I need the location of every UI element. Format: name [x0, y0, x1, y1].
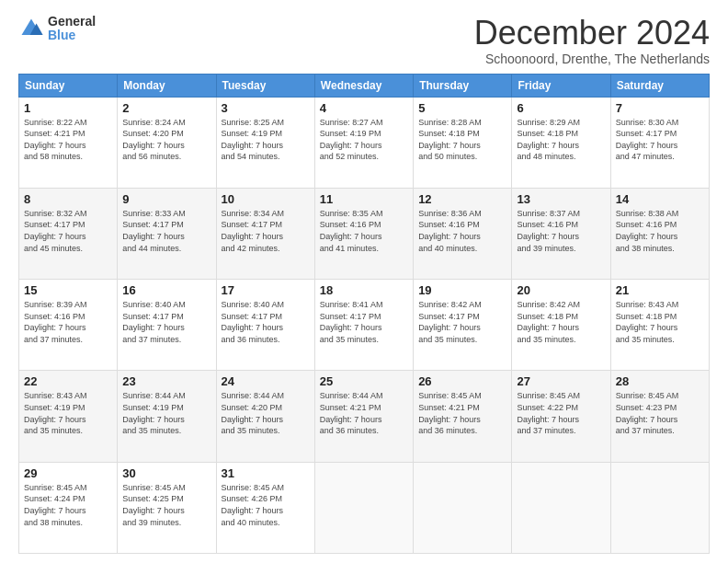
day-number: 21: [616, 283, 704, 297]
day-number: 17: [222, 283, 310, 297]
weekday-header-tuesday: Tuesday: [216, 74, 314, 97]
day-number: 19: [418, 283, 506, 297]
day-info: Sunrise: 8:41 AM Sunset: 4:17 PM Dayligh…: [320, 299, 408, 345]
calendar-subtitle: Schoonoord, Drenthe, The Netherlands: [474, 52, 710, 66]
day-info: Sunrise: 8:35 AM Sunset: 4:16 PM Dayligh…: [320, 208, 408, 254]
calendar-week-2: 8Sunrise: 8:32 AM Sunset: 4:17 PM Daylig…: [19, 188, 710, 279]
day-number: 18: [320, 283, 408, 297]
day-info: Sunrise: 8:45 AM Sunset: 4:21 PM Dayligh…: [418, 390, 506, 436]
day-info: Sunrise: 8:45 AM Sunset: 4:23 PM Dayligh…: [616, 390, 704, 436]
calendar-cell: 2Sunrise: 8:24 AM Sunset: 4:20 PM Daylig…: [118, 97, 216, 188]
day-number: 31: [222, 466, 310, 480]
day-info: Sunrise: 8:29 AM Sunset: 4:18 PM Dayligh…: [517, 117, 605, 163]
day-number: 10: [222, 192, 310, 206]
calendar-week-4: 22Sunrise: 8:43 AM Sunset: 4:19 PM Dayli…: [19, 371, 710, 462]
day-info: Sunrise: 8:24 AM Sunset: 4:20 PM Dayligh…: [122, 117, 210, 163]
weekday-header-friday: Friday: [512, 74, 610, 97]
day-number: 3: [222, 101, 310, 115]
day-number: 7: [616, 101, 704, 115]
day-info: Sunrise: 8:43 AM Sunset: 4:18 PM Dayligh…: [616, 299, 704, 345]
logo-blue: Blue: [48, 29, 96, 42]
day-number: 2: [122, 101, 210, 115]
weekday-header-row: SundayMondayTuesdayWednesdayThursdayFrid…: [19, 74, 710, 97]
weekday-header-saturday: Saturday: [610, 74, 709, 97]
day-number: 27: [517, 374, 605, 388]
day-number: 6: [517, 101, 605, 115]
calendar-week-3: 15Sunrise: 8:39 AM Sunset: 4:16 PM Dayli…: [19, 280, 710, 371]
calendar-cell: 30Sunrise: 8:45 AM Sunset: 4:25 PM Dayli…: [118, 462, 216, 553]
calendar-cell: [314, 462, 413, 553]
day-info: Sunrise: 8:27 AM Sunset: 4:19 PM Dayligh…: [320, 117, 408, 163]
calendar-cell: 18Sunrise: 8:41 AM Sunset: 4:17 PM Dayli…: [314, 280, 413, 371]
day-number: 11: [320, 192, 408, 206]
calendar-cell: 5Sunrise: 8:28 AM Sunset: 4:18 PM Daylig…: [414, 97, 512, 188]
logo-text: General Blue: [48, 15, 96, 43]
day-info: Sunrise: 8:32 AM Sunset: 4:17 PM Dayligh…: [24, 208, 112, 254]
calendar-cell: 7Sunrise: 8:30 AM Sunset: 4:17 PM Daylig…: [610, 97, 709, 188]
calendar-title: December 2024: [474, 15, 710, 52]
logo-general: General: [48, 15, 96, 29]
day-number: 13: [517, 192, 605, 206]
day-info: Sunrise: 8:28 AM Sunset: 4:18 PM Dayligh…: [418, 117, 506, 163]
day-number: 24: [222, 374, 310, 388]
day-info: Sunrise: 8:42 AM Sunset: 4:18 PM Dayligh…: [517, 299, 605, 345]
calendar-cell: 19Sunrise: 8:42 AM Sunset: 4:17 PM Dayli…: [414, 280, 512, 371]
day-info: Sunrise: 8:33 AM Sunset: 4:17 PM Dayligh…: [122, 208, 210, 254]
title-block: December 2024 Schoonoord, Drenthe, The N…: [474, 15, 710, 66]
calendar-cell: 13Sunrise: 8:37 AM Sunset: 4:16 PM Dayli…: [512, 188, 610, 279]
day-number: 12: [418, 192, 506, 206]
day-info: Sunrise: 8:22 AM Sunset: 4:21 PM Dayligh…: [24, 117, 112, 163]
calendar-cell: [610, 462, 709, 553]
calendar-cell: 8Sunrise: 8:32 AM Sunset: 4:17 PM Daylig…: [19, 188, 118, 279]
day-info: Sunrise: 8:44 AM Sunset: 4:19 PM Dayligh…: [122, 390, 210, 436]
day-info: Sunrise: 8:36 AM Sunset: 4:16 PM Dayligh…: [418, 208, 506, 254]
calendar-cell: 23Sunrise: 8:44 AM Sunset: 4:19 PM Dayli…: [118, 371, 216, 462]
day-number: 15: [24, 283, 112, 297]
calendar-body: 1Sunrise: 8:22 AM Sunset: 4:21 PM Daylig…: [19, 97, 710, 553]
day-number: 5: [418, 101, 506, 115]
day-info: Sunrise: 8:43 AM Sunset: 4:19 PM Dayligh…: [24, 390, 112, 436]
calendar-cell: 17Sunrise: 8:40 AM Sunset: 4:17 PM Dayli…: [216, 280, 314, 371]
day-number: 26: [418, 374, 506, 388]
calendar-cell: 28Sunrise: 8:45 AM Sunset: 4:23 PM Dayli…: [610, 371, 709, 462]
day-info: Sunrise: 8:42 AM Sunset: 4:17 PM Dayligh…: [418, 299, 506, 345]
calendar-cell: 6Sunrise: 8:29 AM Sunset: 4:18 PM Daylig…: [512, 97, 610, 188]
calendar-cell: 4Sunrise: 8:27 AM Sunset: 4:19 PM Daylig…: [314, 97, 413, 188]
day-number: 4: [320, 101, 408, 115]
day-number: 9: [122, 192, 210, 206]
day-info: Sunrise: 8:38 AM Sunset: 4:16 PM Dayligh…: [616, 208, 704, 254]
day-info: Sunrise: 8:25 AM Sunset: 4:19 PM Dayligh…: [222, 117, 310, 163]
logo: General Blue: [18, 15, 96, 43]
calendar-cell: 3Sunrise: 8:25 AM Sunset: 4:19 PM Daylig…: [216, 97, 314, 188]
day-info: Sunrise: 8:45 AM Sunset: 4:26 PM Dayligh…: [222, 482, 310, 528]
day-info: Sunrise: 8:30 AM Sunset: 4:17 PM Dayligh…: [616, 117, 704, 163]
calendar-cell: 25Sunrise: 8:44 AM Sunset: 4:21 PM Dayli…: [314, 371, 413, 462]
calendar-week-5: 29Sunrise: 8:45 AM Sunset: 4:24 PM Dayli…: [19, 462, 710, 553]
calendar-cell: 22Sunrise: 8:43 AM Sunset: 4:19 PM Dayli…: [19, 371, 118, 462]
calendar-cell: 29Sunrise: 8:45 AM Sunset: 4:24 PM Dayli…: [19, 462, 118, 553]
calendar-header: SundayMondayTuesdayWednesdayThursdayFrid…: [19, 74, 710, 97]
calendar-cell: 20Sunrise: 8:42 AM Sunset: 4:18 PM Dayli…: [512, 280, 610, 371]
calendar-cell: 16Sunrise: 8:40 AM Sunset: 4:17 PM Dayli…: [118, 280, 216, 371]
calendar-cell: 15Sunrise: 8:39 AM Sunset: 4:16 PM Dayli…: [19, 280, 118, 371]
calendar-cell: 14Sunrise: 8:38 AM Sunset: 4:16 PM Dayli…: [610, 188, 709, 279]
day-info: Sunrise: 8:44 AM Sunset: 4:21 PM Dayligh…: [320, 390, 408, 436]
calendar-cell: 10Sunrise: 8:34 AM Sunset: 4:17 PM Dayli…: [216, 188, 314, 279]
weekday-header-monday: Monday: [118, 74, 216, 97]
day-number: 29: [24, 466, 112, 480]
calendar-cell: 31Sunrise: 8:45 AM Sunset: 4:26 PM Dayli…: [216, 462, 314, 553]
day-number: 23: [122, 374, 210, 388]
day-info: Sunrise: 8:34 AM Sunset: 4:17 PM Dayligh…: [222, 208, 310, 254]
day-info: Sunrise: 8:45 AM Sunset: 4:25 PM Dayligh…: [122, 482, 210, 528]
calendar-cell: 11Sunrise: 8:35 AM Sunset: 4:16 PM Dayli…: [314, 188, 413, 279]
calendar-week-1: 1Sunrise: 8:22 AM Sunset: 4:21 PM Daylig…: [19, 97, 710, 188]
calendar-cell: 21Sunrise: 8:43 AM Sunset: 4:18 PM Dayli…: [610, 280, 709, 371]
weekday-header-thursday: Thursday: [414, 74, 512, 97]
day-number: 16: [122, 283, 210, 297]
calendar-cell: [512, 462, 610, 553]
header: General Blue December 2024 Schoonoord, D…: [18, 15, 710, 66]
calendar-cell: 12Sunrise: 8:36 AM Sunset: 4:16 PM Dayli…: [414, 188, 512, 279]
day-number: 28: [616, 374, 704, 388]
day-number: 30: [122, 466, 210, 480]
day-info: Sunrise: 8:40 AM Sunset: 4:17 PM Dayligh…: [122, 299, 210, 345]
